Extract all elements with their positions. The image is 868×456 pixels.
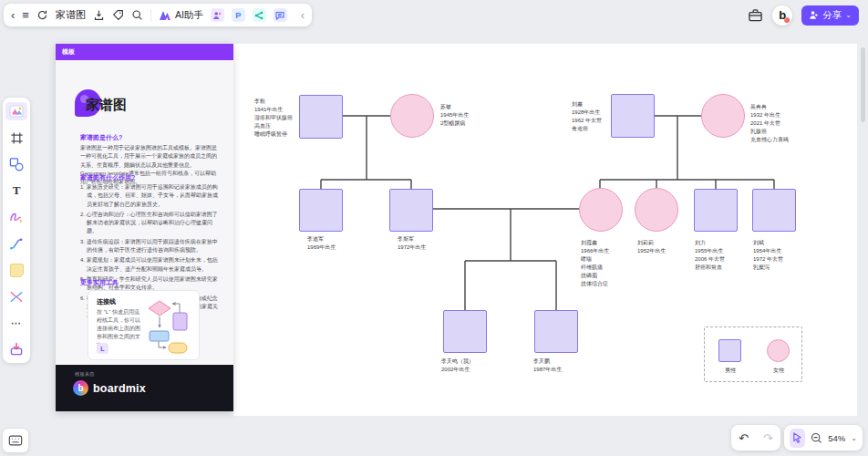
boardmix-logo-icon: b [73, 380, 88, 396]
person-shape-male[interactable] [389, 189, 433, 232]
ai-assistant-button[interactable]: AI助手 [159, 9, 203, 22]
frame-tool[interactable] [5, 129, 27, 147]
share-chevron-icon: ⌄ [845, 11, 852, 19]
flowchart-illustration-icon [146, 296, 193, 355]
use-heading: 家谱图有什么作用? [80, 173, 135, 182]
comment-icon[interactable] [274, 8, 287, 22]
text-tool[interactable]: T [5, 181, 27, 200]
share-button[interactable]: 分享 ⌄ [801, 5, 859, 26]
collapse-toolbar-icon[interactable]: ‹ [301, 9, 305, 22]
briefcase-icon[interactable] [748, 8, 763, 23]
person-shape-male[interactable] [534, 310, 578, 353]
connector-icon [9, 237, 24, 251]
pen-tool[interactable] [5, 208, 27, 226]
history-controls: ↶ ↷ [731, 425, 780, 451]
legend-female-shape [767, 339, 790, 362]
legend-male-label: 男性 [708, 367, 753, 375]
frame-icon [10, 131, 24, 145]
person-shape-male[interactable] [299, 95, 343, 139]
templates-icon [9, 105, 24, 118]
connector-tool-card[interactable]: 连接线 按 "L" 快速启用流程线工具，你可以连接画布上面的图形和图形之间的文本… [88, 290, 200, 360]
zoom-level[interactable]: 54% [828, 433, 845, 443]
person-icon [809, 10, 819, 20]
tool-card-title: 连接线 [97, 297, 116, 306]
person-shape-female[interactable] [635, 188, 678, 232]
board-title[interactable]: 家谱图 [56, 8, 86, 22]
shapes-tool[interactable] [5, 155, 27, 173]
person-shape-female[interactable] [579, 188, 623, 232]
shortcut-key-badge: L [97, 343, 108, 354]
menu-icon[interactable]: ≡ [22, 9, 29, 21]
what-heading: 家谱图是什么? [80, 133, 122, 142]
sync-icon[interactable] [36, 9, 48, 21]
widget-panel-button[interactable] [3, 429, 28, 452]
download-icon[interactable] [93, 9, 105, 21]
more-tools[interactable]: ⋯ [5, 314, 27, 332]
person-shape-male[interactable] [443, 310, 487, 353]
person-shape-female[interactable] [390, 94, 434, 138]
person-label[interactable]: 李迪军 1969年出生 [307, 235, 336, 252]
vertical-scrollbar[interactable] [861, 47, 865, 122]
template-panel-body: 家谱图 家谱图是什么? 家谱图是一种用于记录家族图谱的工具或模板。家谱图是一种可… [56, 60, 233, 365]
person-label[interactable]: 刘莉莉 1952年出生 [637, 239, 666, 255]
crossed-curves-icon [9, 290, 24, 304]
template-panel-footer: 模板来自 b boardmix [56, 365, 233, 411]
back-icon[interactable]: ‹ [11, 9, 15, 21]
template-tab[interactable]: 模板 [56, 47, 81, 57]
connector-tool[interactable] [5, 234, 27, 253]
import-icon [9, 342, 24, 357]
text-tool-icon: T [13, 183, 21, 198]
template-panel: 模板 家谱图 家谱图是什么? 家谱图是一种用于记录家族图谱的工具或模板。家谱图是… [56, 44, 233, 411]
toolbar-divider [150, 9, 151, 22]
person-shape-male[interactable] [611, 94, 655, 138]
pen-icon [9, 211, 24, 224]
person-label[interactable]: 刘斌 1954年出生 1972 年去世 乳糜泻 [753, 239, 783, 272]
person-label[interactable]: 刘鑫 1928年出生 1962 年去世 食道癌 [572, 100, 602, 133]
zoom-out-icon[interactable] [811, 432, 822, 444]
template-panel-header: 模板 [56, 44, 233, 60]
uses-item: 4. 家庭规划：家庭成员可以使用家谱图来计划未来，包括决定生育孩子、遗产分配和照… [80, 256, 219, 274]
zoom-chevron-icon[interactable]: ⌄ [851, 434, 857, 442]
person-label[interactable]: 李天鹏 1987年出生 [533, 358, 562, 374]
share-label: 分享 [822, 9, 842, 22]
redo-button[interactable]: ↷ [763, 431, 773, 445]
boardmix-wordmark: boardmix [93, 382, 146, 395]
person-label[interactable]: 李天鸣（我） 2002年出生 [441, 358, 474, 374]
legend-box[interactable]: 男性 女性 [704, 326, 802, 382]
search-icon[interactable] [131, 9, 143, 21]
mark-tool[interactable] [5, 287, 27, 306]
undo-button[interactable]: ↶ [739, 431, 749, 445]
view-controls: 54% ⌄ [784, 425, 863, 451]
boardmix-app: 李毅 1941年出生 湿疹和甲状腺癌 高血压 睡眠呼吸暂停 苏敏 1945年出生… [0, 0, 868, 456]
templates-tool[interactable] [5, 102, 27, 120]
person-label[interactable]: 刘霞鑫 1966年出生 哮喘 纤维肌痛 抗磷脂 抗体综合症 [581, 239, 609, 288]
person-label[interactable]: 刘力 1955年出生 2006 年去世 肝癌和贫血 [695, 239, 725, 272]
more-icon: ⋯ [11, 317, 22, 329]
ppt-icon[interactable]: P [232, 8, 245, 22]
person-label[interactable]: 李斯军 1972年出生 [398, 235, 426, 252]
person-shape-female[interactable] [701, 94, 745, 138]
person-shape-male[interactable] [299, 189, 343, 232]
left-toolbar: T ⋯ [3, 98, 30, 363]
tag-icon[interactable] [112, 9, 124, 21]
account-logo-icon[interactable]: b [772, 5, 792, 26]
import-tool[interactable] [5, 340, 27, 358]
share-nodes-icon[interactable] [253, 8, 266, 22]
cursor-icon [792, 432, 802, 443]
person-label[interactable]: 苏敏 1945年出生 2型糖尿病 [440, 103, 469, 128]
person-label[interactable]: 李毅 1941年出生 湿疹和甲状腺癌 高血压 睡眠呼吸暂停 [254, 98, 293, 139]
select-cursor-button[interactable] [790, 429, 805, 448]
person-label[interactable]: 吴冉冉 1932 年出生 2021 年去世 乳腺癌 充血性心力衰竭 [750, 103, 789, 144]
person-shape-male[interactable] [752, 189, 796, 232]
top-toolbar: ‹ ≡ 家谱图 [4, 4, 312, 26]
sticky-note-tool[interactable] [5, 261, 27, 279]
ai-logo-icon [159, 10, 171, 21]
more-tools-heading: 更多实用工具 [80, 278, 119, 287]
keyboard-icon [8, 434, 23, 447]
person-shape-male[interactable] [694, 189, 738, 232]
digital-human-icon[interactable] [211, 8, 224, 22]
sticky-note-icon [10, 264, 24, 277]
shapes-icon [9, 157, 24, 171]
legend-female-label: 女性 [756, 367, 801, 375]
uses-item: 2. 心理咨询和治疗：心理医生和咨询师可以借助家谱图了解来访者的家庭状况，以帮助… [80, 211, 219, 236]
